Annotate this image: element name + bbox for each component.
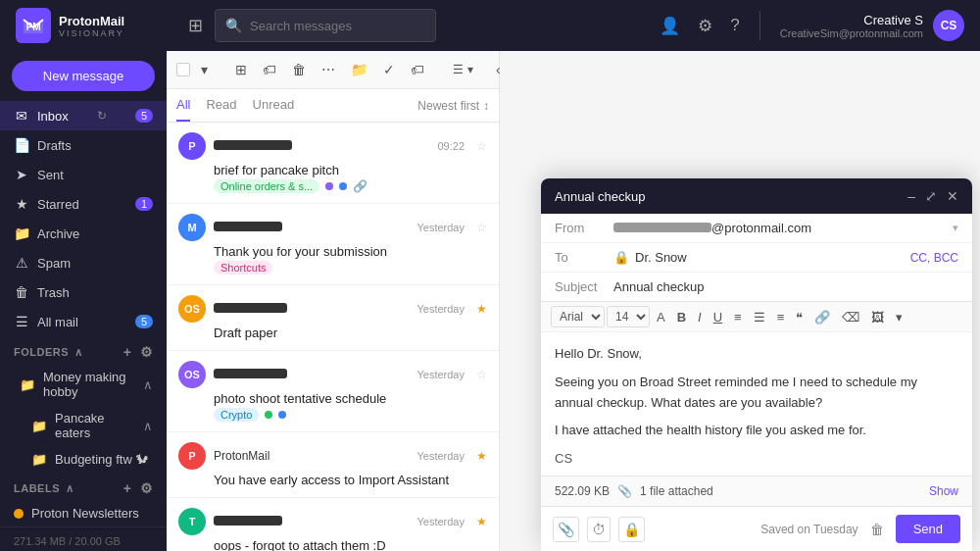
label-btn[interactable]: 🏷: [258, 59, 281, 80]
add-label-icon[interactable]: +: [123, 480, 132, 496]
table-row[interactable]: P 09:22 ☆ brief for pancake pitch Online…: [167, 123, 499, 204]
close-button[interactable]: ✕: [947, 188, 958, 204]
body-line-1: Hello Dr. Snow,: [555, 344, 958, 365]
expiry-icon[interactable]: ⏱: [587, 517, 611, 542]
sort-control[interactable]: Newest first ↕: [417, 89, 489, 122]
email-time: Yesterday: [416, 369, 465, 380]
trash-icon: 🗑: [14, 284, 29, 300]
subject-input[interactable]: [613, 279, 958, 294]
bold-btn[interactable]: B: [672, 307, 691, 327]
to-value[interactable]: 🔒 Dr. Snow: [613, 250, 901, 265]
move-btn[interactable]: ⊞: [230, 59, 252, 80]
email-star[interactable]: ☆: [476, 368, 487, 381]
table-row[interactable]: OS Yesterday ☆ photo shoot tentative sch…: [167, 351, 499, 432]
email-star-starred[interactable]: ★: [476, 515, 487, 528]
sidebar-item-inbox[interactable]: ✉ Inbox ↻ 5: [0, 101, 167, 130]
logo-area: PM ProtonMail VISIONARY: [16, 8, 172, 43]
pancake-collapse-icon[interactable]: ∧: [143, 419, 153, 433]
tag-btn[interactable]: 🏷: [406, 59, 429, 80]
select-all-checkbox[interactable]: [176, 63, 190, 76]
sidebar: New message ✉ Inbox ↻ 5 📄 Drafts ➤ Sent …: [0, 51, 167, 551]
new-message-button[interactable]: New message: [12, 61, 155, 91]
sidebar-item-sent[interactable]: ➤ Sent: [0, 160, 167, 189]
help-icon[interactable]: ?: [730, 16, 739, 35]
add-folder-icon[interactable]: +: [123, 344, 132, 360]
email-star[interactable]: ☆: [476, 221, 487, 234]
search-input[interactable]: [250, 19, 425, 33]
label-dot-newsletters: [14, 509, 24, 519]
sidebar-item-archive[interactable]: 📁 Archive: [0, 219, 167, 248]
align-btn[interactable]: ≡: [772, 307, 790, 327]
money-collapse-icon[interactable]: ∧: [143, 377, 153, 392]
email-list: P 09:22 ☆ brief for pancake pitch Online…: [167, 123, 499, 551]
table-row[interactable]: OS Yesterday ★ Draft paper: [167, 285, 499, 351]
sidebar-item-drafts[interactable]: 📄 Drafts: [0, 130, 167, 160]
email-star[interactable]: ☆: [476, 139, 487, 153]
labels-collapse-icon[interactable]: ∧: [66, 482, 74, 495]
minimize-button[interactable]: –: [907, 188, 915, 204]
sidebar-item-trash[interactable]: 🗑 Trash: [0, 277, 167, 307]
table-row[interactable]: T Yesterday ★ oops - forgot to attach th…: [167, 498, 499, 551]
sidebar-item-label-inbox: Inbox: [37, 109, 69, 124]
expand-button[interactable]: ⤢: [925, 188, 937, 204]
label-settings-icon[interactable]: ⚙: [140, 480, 154, 496]
folder-item-pancake[interactable]: 📁 Pancake eaters ∧: [0, 405, 167, 446]
image-btn[interactable]: 🖼: [866, 307, 889, 327]
delete-btn[interactable]: 🗑: [287, 59, 311, 80]
sidebar-item-allmail[interactable]: ☰ All mail 5: [0, 307, 167, 336]
font-color-btn[interactable]: A: [652, 307, 670, 327]
filter-tab-all[interactable]: All: [176, 89, 190, 122]
sidebar-item-spam[interactable]: ⚠ Spam: [0, 248, 167, 277]
attachment-clip-icon: 📎: [617, 484, 632, 498]
filter-tab-unread[interactable]: Unread: [253, 89, 295, 122]
settings-icon[interactable]: ⚙: [698, 16, 712, 36]
clear-format-btn[interactable]: ⌫: [837, 307, 864, 327]
folder-settings-icon[interactable]: ⚙: [140, 344, 154, 360]
discard-button[interactable]: 🗑: [866, 518, 888, 541]
font-family-select[interactable]: Arial: [551, 306, 605, 327]
avatar: P: [178, 442, 206, 470]
folder-item-money[interactable]: 📁 Money making hobby ∧: [0, 364, 167, 405]
folders-collapse-icon[interactable]: ∧: [74, 346, 83, 359]
attach-file-icon[interactable]: 📎: [553, 517, 579, 542]
more-format-btn[interactable]: ▾: [891, 307, 907, 327]
encrypt-icon[interactable]: 🔒: [618, 517, 645, 542]
table-row[interactable]: P ProtonMail Yesterday ★ You have early …: [167, 432, 499, 498]
attachment-show-button[interactable]: Show: [929, 484, 958, 498]
email-star-starred[interactable]: ★: [476, 449, 487, 463]
link-btn[interactable]: 🔗: [809, 307, 835, 327]
send-button[interactable]: Send: [896, 515, 960, 543]
view-toggle[interactable]: ☰ ▾: [453, 63, 473, 76]
body-line-3: I have attached the health history file …: [555, 421, 958, 441]
italic-btn[interactable]: I: [693, 307, 707, 327]
search-bar[interactable]: 🔍: [215, 9, 436, 42]
more-btn[interactable]: ⋯: [317, 59, 340, 80]
sync-icon[interactable]: ↻: [97, 109, 107, 123]
view-label: ▾: [467, 63, 473, 76]
quote-btn[interactable]: ❝: [791, 307, 808, 327]
contacts-icon[interactable]: 👤: [660, 16, 680, 36]
dropdown-btn[interactable]: ▾: [196, 59, 213, 80]
redacted-sender: [214, 303, 287, 313]
move-folder-btn[interactable]: 📁: [346, 59, 372, 80]
compose-body[interactable]: Hello Dr. Snow, Seeing you on Broad Stre…: [541, 332, 972, 476]
filter-tab-read[interactable]: Read: [206, 89, 236, 122]
sidebar-item-starred[interactable]: ★ Starred 1: [0, 189, 167, 219]
user-area[interactable]: Creative S CreativeSim@protonmail.com CS: [780, 10, 964, 41]
table-row[interactable]: M Yesterday ☆ Thank you for your submiss…: [167, 204, 499, 285]
from-value[interactable]: @protonmail.com: [613, 221, 943, 235]
mark-btn[interactable]: ✓: [378, 59, 400, 80]
email-star-starred[interactable]: ★: [476, 302, 487, 316]
unordered-list-btn[interactable]: ☰: [749, 307, 770, 327]
budgeting-icon: 📁: [31, 452, 47, 467]
font-size-select[interactable]: 14: [607, 306, 650, 327]
cc-bcc-button[interactable]: CC, BCC: [910, 251, 958, 265]
folder-item-budgeting[interactable]: 📁 Budgeting ftw 🐿: [0, 446, 167, 473]
ordered-list-btn[interactable]: ≡: [729, 307, 747, 327]
grid-icon[interactable]: ⊞: [188, 15, 203, 36]
underline-btn[interactable]: U: [709, 307, 727, 327]
label-item-proton-newsletters[interactable]: Proton Newsletters: [0, 500, 167, 526]
from-dropdown-arrow[interactable]: ▾: [953, 222, 958, 234]
attachment-size: 522.09 KB: [555, 484, 610, 498]
email-subject: You have early access to Import Assistan…: [214, 473, 487, 487]
